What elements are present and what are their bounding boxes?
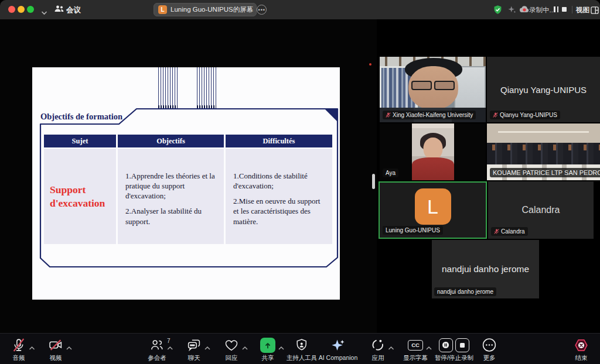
video-tile-nandjui-danho[interactable]: nandjui danho jerome nandjui danho jerom… (432, 240, 539, 298)
share-screen-button[interactable]: 共享 (260, 337, 275, 362)
tab-more-icon[interactable]: ••• (257, 5, 267, 15)
chevron-down-icon[interactable] (41, 7, 47, 18)
participant-name-label: nandjui danho jerome (434, 287, 496, 296)
heart-icon (224, 338, 239, 352)
table-cell-difficulties: 1.Conditions de stabilité d'excavation; … (226, 149, 332, 244)
captions-options-caret[interactable] (426, 342, 432, 353)
participant-center-name: Calandra (488, 205, 594, 215)
titlebar-divider (572, 6, 572, 13)
shield-icon (295, 338, 309, 352)
cloud-recording-icon (519, 5, 530, 25)
video-tile-luning-guo-active[interactable]: L Luning Guo-UNIPUS (379, 181, 487, 239)
participants-options-caret[interactable] (168, 342, 173, 353)
red-indicator-dot (369, 63, 371, 66)
close-window-button[interactable] (8, 6, 15, 13)
video-options-caret[interactable] (66, 342, 72, 353)
view-menu-label[interactable]: 视图 (576, 6, 589, 15)
participants-icon (150, 338, 165, 352)
slide-table: Sujet Objectifs Difficultés Support d'ex… (44, 135, 332, 244)
shared-screen-tab[interactable]: L Luning Guo-UNIPUS的屏幕 ••• (154, 3, 257, 16)
apps-button[interactable]: 应用 (371, 337, 386, 362)
difficulty-item: 2.Mise en oeuvre du support et les carac… (233, 196, 325, 226)
meeting-menu-label[interactable]: 会议 (66, 5, 81, 15)
video-button[interactable]: 视频 (48, 337, 63, 362)
classroom-audience (487, 143, 600, 164)
participant-name-label: Qianyu Yang-UNIPUS (490, 111, 560, 119)
apps-options-caret[interactable] (388, 342, 394, 353)
stop-recording-icon[interactable] (455, 338, 469, 352)
reactions-options-caret[interactable] (242, 342, 248, 353)
table-header-objectifs: Objectifs (118, 135, 224, 147)
ai-sparkle-icon (330, 338, 346, 353)
apps-icon (371, 338, 386, 352)
reactions-button[interactable]: 回应 (224, 337, 239, 362)
tab-avatar: L (158, 5, 167, 14)
objective-item: 2.Analyser la stabilité du support. (125, 206, 217, 226)
classroom-ceiling (487, 123, 600, 143)
recording-controls-button[interactable]: 暂停/停止录制 (435, 337, 473, 362)
panel-resize-handle[interactable] (372, 174, 375, 189)
audio-button[interactable]: 音频 (12, 337, 26, 362)
more-ellipsis-icon (482, 338, 497, 352)
video-tile-xing-xiaofei[interactable]: Xing Xiaofei-Kaifeng University (380, 57, 486, 122)
video-tile-kouame-patrice[interactable]: KOUAME PATRICE LTP SAN PEDRO (487, 123, 600, 180)
chat-icon (186, 338, 202, 352)
more-button[interactable]: 更多 (482, 337, 497, 362)
chat-options-caret[interactable] (204, 342, 210, 353)
table-header-difficultes: Difficultés (226, 135, 332, 147)
glasses (410, 81, 456, 90)
meeting-people-icon (54, 5, 64, 16)
end-meeting-icon (574, 338, 589, 353)
video-tile-aya[interactable]: Aya (380, 123, 486, 180)
pause-recording-icon[interactable] (439, 338, 453, 352)
table-cell-subject: Support d'excavation (44, 149, 116, 244)
muted-mic-icon (494, 229, 499, 234)
participant-name-label: Xing Xiaofei-Kaifeng University (383, 111, 476, 119)
share-icon (260, 338, 275, 353)
tab-title: Luning Guo-UNIPUS的屏幕 (171, 5, 253, 14)
security-shield-icon (493, 5, 503, 24)
video-tile-qianyu-yang[interactable]: Qianyu Yang-UNIPUS Qianyu Yang-UNIPUS (487, 57, 600, 122)
participant-center-name: Qianyu Yang-UNIPUS (487, 85, 600, 95)
window-titlebar: 会议 L Luning Guo-UNIPUS的屏幕 ••• 录制中... 视图 (0, 0, 600, 19)
muted-mic-icon (386, 112, 391, 118)
avatar: L (415, 188, 451, 225)
table-cell-objectives: 1.Apprendre les théories et la pratique … (118, 149, 224, 244)
participant-name-label: Calandra (491, 227, 528, 236)
ai-companion-button[interactable]: AI Companion (319, 337, 358, 361)
view-layout-icon[interactable] (591, 6, 599, 16)
captions-button[interactable]: CC 显示字幕 (403, 337, 428, 362)
end-meeting-button[interactable]: 结束 (574, 337, 589, 362)
camera-muted-icon (48, 338, 63, 352)
participant-name-label: KOUAME PATRICE LTP SAN PEDRO (490, 168, 600, 177)
chat-button[interactable]: 聊天 (186, 337, 202, 362)
muted-mic-icon (493, 112, 498, 118)
participant-name-label: Luning Guo-UNIPUS (383, 226, 443, 235)
participant-center-name: nandjui danho jerome (432, 264, 539, 274)
pause-recording-icon[interactable] (554, 6, 558, 12)
objective-item: 1.Apprendre les théories et la pratique … (125, 171, 217, 201)
stop-recording-icon[interactable] (562, 7, 567, 12)
difficulty-item: 1.Conditions de stabilité d'excavation; (233, 171, 325, 191)
ai-sparkle-icon (507, 5, 516, 25)
minimize-window-button[interactable] (18, 6, 25, 13)
table-header-sujet: Sujet (44, 135, 116, 147)
mic-muted-icon (12, 338, 26, 352)
share-options-caret[interactable] (278, 342, 284, 353)
recording-status-text: 录制中... (529, 6, 555, 15)
host-tools-button[interactable]: 主持人工具 (287, 337, 318, 362)
slide-title: Objectifs de formation (40, 112, 140, 122)
cc-icon: CC (408, 340, 423, 351)
zoom-window-button[interactable] (27, 6, 34, 13)
presentation-slide: Objectifs de formation Sujet Objectifs D… (32, 67, 340, 300)
video-tile-calandra[interactable]: Calandra Calandra (488, 181, 594, 239)
zoom-meeting-window: 会议 L Luning Guo-UNIPUS的屏幕 ••• 录制中... 视图 (0, 0, 600, 364)
participant-name-label: Aya (383, 169, 398, 177)
shared-screen: Objectifs de formation Sujet Objectifs D… (0, 19, 377, 334)
participants-button[interactable]: 7 参会者 (148, 337, 166, 362)
meeting-controls-toolbar: 音频 视频 7 参会者 (0, 333, 600, 364)
audio-options-caret[interactable] (29, 342, 35, 353)
